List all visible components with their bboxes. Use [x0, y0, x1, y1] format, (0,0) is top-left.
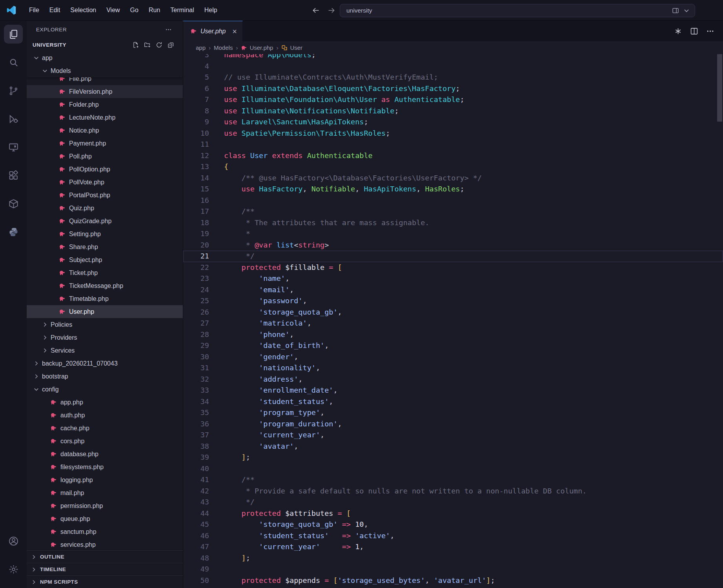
code-line[interactable]: 28 'phone',: [183, 329, 723, 340]
code-line[interactable]: 43 */: [183, 497, 723, 508]
scrollbar[interactable]: [717, 54, 722, 122]
new-folder-icon[interactable]: [144, 42, 151, 48]
breadcrumb-item-user-php[interactable]: User.php: [241, 44, 273, 51]
account-icon[interactable]: [4, 532, 23, 550]
code-line[interactable]: 7use Illuminate\Foundation\Auth\User as …: [183, 94, 723, 106]
code-editor[interactable]: 3namespace App\Models;45// use Illuminat…: [183, 54, 723, 588]
package-icon[interactable]: [4, 194, 23, 213]
tree-item-auth-php[interactable]: auth.php: [27, 409, 183, 422]
tree-item-database-php[interactable]: database.php: [27, 448, 183, 461]
code-line[interactable]: 22 protected $fillable = [: [183, 262, 723, 273]
tree-item-payment-php[interactable]: Payment.php: [27, 137, 183, 150]
code-line[interactable]: 16: [183, 195, 723, 206]
tree-item-permission-php[interactable]: permission.php: [27, 499, 183, 512]
tree-item-quizgrade-php[interactable]: QuizGrade.php: [27, 215, 183, 228]
tree-item-quiz-php[interactable]: Quiz.php: [27, 202, 183, 215]
code-line[interactable]: 12class User extends Authenticatable: [183, 150, 723, 162]
code-line[interactable]: 32 'address',: [183, 374, 723, 385]
tree-item-ticketmessage-php[interactable]: TicketMessage.php: [27, 279, 183, 292]
code-line[interactable]: 27 'matricola',: [183, 318, 723, 329]
tree-item-app-php[interactable]: app.php: [27, 396, 183, 409]
search-icon[interactable]: [4, 53, 23, 72]
tree-item-config[interactable]: config: [27, 383, 183, 396]
tree-item-user-php[interactable]: User.php: [27, 305, 183, 318]
python-icon[interactable]: [4, 222, 23, 241]
code-line[interactable]: 34 'student_status',: [183, 396, 723, 408]
tree-item-setting-php[interactable]: Setting.php: [27, 228, 183, 240]
refresh-icon[interactable]: [156, 42, 162, 48]
code-line[interactable]: 40: [183, 463, 723, 475]
tree-item-folder-php[interactable]: Folder.php: [27, 98, 183, 111]
tree-item-app[interactable]: app: [27, 51, 183, 64]
menu-item-edit[interactable]: Edit: [45, 4, 65, 16]
code-line[interactable]: 6use Illuminate\Database\Eloquent\Factor…: [183, 83, 723, 95]
code-line[interactable]: 49: [183, 564, 723, 575]
breadcrumb-item-models[interactable]: Models: [214, 44, 233, 51]
code-line[interactable]: 19 *: [183, 228, 723, 240]
tree-item-portalpost-php[interactable]: PortalPost.php: [27, 189, 183, 202]
tree-item-queue-php[interactable]: queue.php: [27, 512, 183, 525]
code-line[interactable]: 50 protected $appends = ['storage_used_b…: [183, 575, 723, 586]
tree-item-policies[interactable]: Policies: [27, 318, 183, 331]
code-line[interactable]: 30 'gender',: [183, 351, 723, 363]
code-line[interactable]: 15 use HasFactory, Notifiable, HasApiTok…: [183, 184, 723, 195]
collapse-all-icon[interactable]: [168, 42, 174, 48]
code-line[interactable]: 47 'current_year' => 1,: [183, 541, 723, 553]
code-line[interactable]: 37 'current_year',: [183, 430, 723, 441]
command-center[interactable]: [340, 4, 695, 17]
panel-npm-scripts[interactable]: NPM SCRIPTS: [27, 575, 183, 588]
code-line[interactable]: 35 'program_type',: [183, 407, 723, 419]
code-line[interactable]: 39 ];: [183, 452, 723, 463]
search-input[interactable]: [346, 7, 672, 14]
code-line[interactable]: 20 * @var list<string>: [183, 240, 723, 251]
tree-item-fileversion-php[interactable]: FileVersion.php: [27, 85, 183, 98]
code-line[interactable]: 9use Laravel\Sanctum\HasApiTokens;: [183, 117, 723, 128]
remote-icon[interactable]: [4, 138, 23, 157]
tree-item-cache-php[interactable]: cache.php: [27, 422, 183, 435]
arrow-right-icon[interactable]: [327, 6, 335, 15]
gpt-icon[interactable]: [674, 27, 682, 35]
panel-outline[interactable]: OUTLINE: [27, 550, 183, 563]
code-line[interactable]: 14 /** @use HasFactory<\Database\Factori…: [183, 173, 723, 184]
explorer-icon[interactable]: [4, 25, 23, 44]
tree-item-share-php[interactable]: Share.php: [27, 240, 183, 253]
code-line[interactable]: 5// use Illuminate\Contracts\Auth\MustVe…: [183, 72, 723, 83]
menu-item-go[interactable]: Go: [126, 4, 143, 16]
new-file-icon[interactable]: [132, 42, 139, 48]
close-icon[interactable]: ×: [232, 27, 237, 35]
tree-item-mail-php[interactable]: mail.php: [27, 486, 183, 499]
code-line[interactable]: 10use Spatie\Permission\Traits\HasRoles;: [183, 128, 723, 139]
code-line[interactable]: 11: [183, 139, 723, 150]
code-line[interactable]: 23 'name',: [183, 273, 723, 284]
code-line[interactable]: 26 'storage_quota_gb',: [183, 307, 723, 318]
code-line[interactable]: 21 */: [183, 251, 723, 262]
tree-item-models[interactable]: Models: [27, 64, 183, 77]
code-line[interactable]: 4: [183, 61, 723, 72]
code-line[interactable]: 42 * Provide a safe default so nulls are…: [183, 486, 723, 497]
tree-item-poll-php[interactable]: Poll.php: [27, 150, 183, 163]
tree-item-timetable-php[interactable]: Timetable.php: [27, 292, 183, 305]
code-line[interactable]: 3namespace App\Models;: [183, 54, 723, 61]
code-line[interactable]: 17 /**: [183, 206, 723, 217]
code-line[interactable]: 33 'enrollment_date',: [183, 385, 723, 396]
code-line[interactable]: 31 'nationality',: [183, 362, 723, 374]
arrow-left-icon[interactable]: [312, 6, 320, 15]
tree-item-services-php[interactable]: services.php: [27, 538, 183, 550]
tree-item-bootstrap[interactable]: bootstrap: [27, 370, 183, 383]
menu-item-view[interactable]: View: [102, 4, 124, 16]
workspace-section-header[interactable]: UNIVERSITY: [27, 38, 183, 51]
code-line[interactable]: 25 'password',: [183, 295, 723, 307]
tab-user-php[interactable]: User.php ×: [183, 21, 243, 41]
code-line[interactable]: 13{: [183, 161, 723, 173]
menu-item-terminal[interactable]: Terminal: [166, 4, 199, 16]
code-line[interactable]: 24 'email',: [183, 284, 723, 296]
code-line[interactable]: 36 'program_duration',: [183, 419, 723, 430]
menu-item-selection[interactable]: Selection: [66, 4, 101, 16]
code-line[interactable]: 46 'student_status' => 'active',: [183, 530, 723, 542]
menu-item-file[interactable]: File: [24, 4, 44, 16]
tree-item-sanctum-php[interactable]: sanctum.php: [27, 525, 183, 538]
settings-icon[interactable]: [4, 560, 23, 579]
split-editor-icon[interactable]: [690, 27, 698, 35]
tree-item-ticket-php[interactable]: Ticket.php: [27, 266, 183, 279]
code-line[interactable]: 41 /**: [183, 474, 723, 486]
